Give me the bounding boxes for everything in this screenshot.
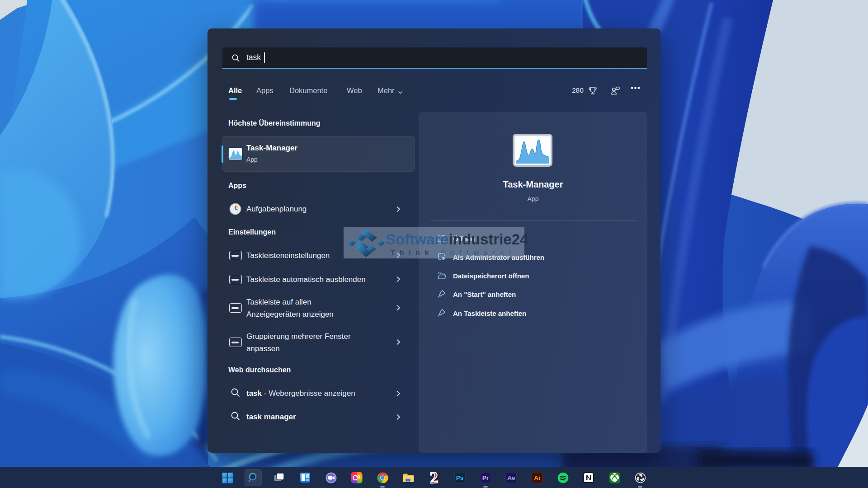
svg-text:Ae: Ae	[507, 474, 515, 481]
svg-text:Ps: Ps	[456, 474, 464, 481]
svg-text:Pr: Pr	[482, 474, 489, 481]
svg-text:Ai: Ai	[534, 474, 540, 481]
